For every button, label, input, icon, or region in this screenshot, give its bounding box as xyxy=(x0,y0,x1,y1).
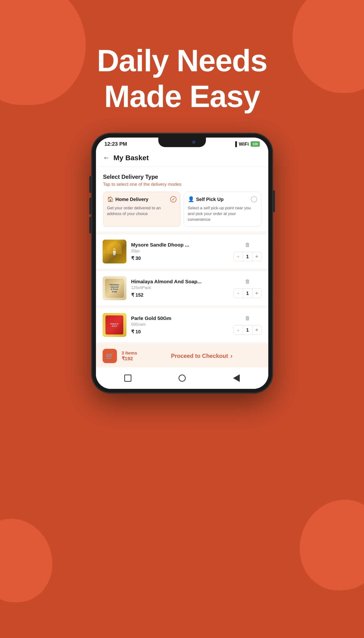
app-header: ← My Basket xyxy=(96,149,268,167)
checkout-info: 3 Items ₹192 xyxy=(122,350,137,361)
himalaya-info: Himalaya Almond And Soap... 125x4Pack ₹ … xyxy=(131,279,229,298)
home-delivery-option[interactable]: 🏠 Home Delivery Get your order delivered… xyxy=(103,192,180,227)
dhoop-quantity-control: - 1 + xyxy=(234,252,262,261)
parleg-variant: 50Gram xyxy=(131,322,229,327)
nav-square-button[interactable] xyxy=(122,372,134,384)
total-price: ₹192 xyxy=(122,356,137,361)
himalaya-name: Himalaya Almond And Soap... xyxy=(131,279,229,284)
cart-item-dhoop: 🕯️ Mysore Sandle Dhoop ... 20pc ₹ 30 🗑 -… xyxy=(96,234,268,269)
dhoop-image: 🕯️ xyxy=(102,240,126,264)
parleg-name: Parle Gold 50Gm xyxy=(131,315,229,321)
nav-triangle-icon xyxy=(233,374,240,382)
parleg-actions: 🗑 - 1 + xyxy=(234,315,262,335)
dhoop-decrease-button[interactable]: - xyxy=(234,252,243,261)
himalaya-image: HimalayaAlmond& RoseSoap xyxy=(102,276,126,300)
himalaya-label-text: HimalayaAlmond& RoseSoap xyxy=(110,284,119,293)
dhoop-increase-button[interactable]: + xyxy=(252,252,262,261)
proceed-to-checkout-button[interactable]: Proceed to Checkout › xyxy=(142,352,262,360)
pickup-name: Self Pick Up xyxy=(196,197,224,202)
hero-section: Daily Needs Made Easy xyxy=(0,0,364,133)
pickup-icon: 👤 xyxy=(188,196,194,202)
cart-item-himalaya: HimalayaAlmond& RoseSoap Himalaya Almond… xyxy=(96,271,268,305)
delivery-section: Select Delivery Type Tap to select one o… xyxy=(96,167,268,232)
home-delivery-header: 🏠 Home Delivery xyxy=(107,196,176,202)
parleg-decrease-button[interactable]: - xyxy=(234,325,243,334)
home-icon: 🏠 xyxy=(107,196,114,202)
himalaya-variant: 125x4Pack xyxy=(131,285,229,290)
himalaya-inner: HimalayaAlmond& RoseSoap xyxy=(105,279,124,298)
parleg-quantity-value: 1 xyxy=(243,325,252,334)
checkout-label: Proceed to Checkout xyxy=(171,353,228,359)
dhoop-delete-button[interactable]: 🗑 xyxy=(245,242,250,248)
parleg-label-text: Parle-GGold xyxy=(110,323,118,327)
himalaya-delete-button[interactable]: 🗑 xyxy=(245,279,250,285)
himalaya-actions: 🗑 - 1 + xyxy=(234,279,262,298)
basket-icon-wrap: 🛒 xyxy=(102,349,117,363)
parleg-info: Parle Gold 50Gm 50Gram ₹ 10 xyxy=(131,315,229,334)
camera-dot xyxy=(192,140,196,144)
cart-item-parleg: Parle-GGold Parle Gold 50Gm 50Gram ₹ 10 … xyxy=(96,308,268,342)
home-delivery-title-wrap: 🏠 Home Delivery xyxy=(107,196,148,202)
parleg-increase-button[interactable]: + xyxy=(252,325,262,334)
bg-blob-bottom-right xyxy=(300,500,364,590)
parleg-image: Parle-GGold xyxy=(102,313,126,337)
status-icons: ▐ WiFi 100 xyxy=(234,141,260,147)
parleg-quantity-control: - 1 + xyxy=(234,325,262,335)
pickup-title-wrap: 👤 Self Pick Up xyxy=(188,196,224,202)
hero-title: Daily Needs Made Easy xyxy=(0,43,364,114)
notch xyxy=(158,138,206,147)
signal-icon: ▐ xyxy=(234,141,237,147)
checkout-arrow-icon: › xyxy=(230,352,232,360)
phone-screen: 12:23 PM ▐ WiFi 100 ← My Basket Select D… xyxy=(96,138,268,389)
nav-square-icon xyxy=(124,374,132,382)
basket-icon: 🛒 xyxy=(102,349,117,363)
delivery-section-subtitle: Tap to select one of the delivery modes xyxy=(103,182,261,187)
delivery-options: 🏠 Home Delivery Get your order delivered… xyxy=(103,192,261,227)
nav-circle-icon xyxy=(178,374,186,382)
delivery-section-title: Select Delivery Type xyxy=(103,173,261,180)
himalaya-quantity-value: 1 xyxy=(243,289,252,298)
dhoop-actions: 🗑 - 1 + xyxy=(234,242,262,261)
home-delivery-desc: Get your order delivered to an address o… xyxy=(107,205,176,217)
page-title: My Basket xyxy=(114,154,149,162)
pickup-desc: Select a self pick-up point near you and… xyxy=(188,205,257,222)
home-delivery-check xyxy=(170,196,176,202)
pickup-check xyxy=(251,196,257,202)
himalaya-quantity-control: - 1 + xyxy=(234,289,262,298)
dhoop-name: Mysore Sandle Dhoop ... xyxy=(131,242,229,248)
dhoop-img-visual: 🕯️ xyxy=(102,240,126,264)
nav-bar xyxy=(96,367,268,389)
parleg-inner: Parle-GGold xyxy=(106,315,123,334)
parleg-price: ₹ 10 xyxy=(131,329,229,334)
dhoop-info: Mysore Sandle Dhoop ... 20pc ₹ 30 xyxy=(131,242,229,261)
app-content: Select Delivery Type Tap to select one o… xyxy=(96,167,268,389)
status-time: 12:23 PM xyxy=(104,141,127,147)
himalaya-price: ₹ 152 xyxy=(131,292,229,298)
wifi-icon: WiFi xyxy=(239,141,249,147)
himalaya-increase-button[interactable]: + xyxy=(252,289,262,298)
hero-line1: Daily Needs xyxy=(0,43,364,79)
himalaya-img-visual: HimalayaAlmond& RoseSoap xyxy=(102,276,126,300)
home-delivery-name: Home Delivery xyxy=(116,197,148,202)
checkout-bar: 🛒 3 Items ₹192 Proceed to Checkout › xyxy=(96,344,268,367)
nav-home-button[interactable] xyxy=(176,372,188,384)
items-count: 3 Items xyxy=(122,350,137,356)
parleg-delete-button[interactable]: 🗑 xyxy=(245,315,250,321)
back-button[interactable]: ← xyxy=(103,154,110,162)
bg-blob-bottom-left xyxy=(0,519,52,602)
hero-line2: Made Easy xyxy=(0,79,364,114)
dhoop-price: ₹ 30 xyxy=(131,255,229,261)
self-pickup-option[interactable]: 👤 Self Pick Up Select a self pick-up poi… xyxy=(184,192,261,227)
phone-frame: 12:23 PM ▐ WiFi 100 ← My Basket Select D… xyxy=(92,133,272,393)
nav-back-button[interactable] xyxy=(230,372,242,384)
dhoop-quantity-value: 1 xyxy=(243,252,252,261)
parleg-img-visual: Parle-GGold xyxy=(102,313,126,337)
phone-wrapper: 12:23 PM ▐ WiFi 100 ← My Basket Select D… xyxy=(0,133,364,417)
battery-icon: 100 xyxy=(251,141,260,147)
himalaya-decrease-button[interactable]: - xyxy=(234,289,243,298)
dhoop-variant: 20pc xyxy=(131,249,229,254)
pickup-header: 👤 Self Pick Up xyxy=(188,196,257,202)
